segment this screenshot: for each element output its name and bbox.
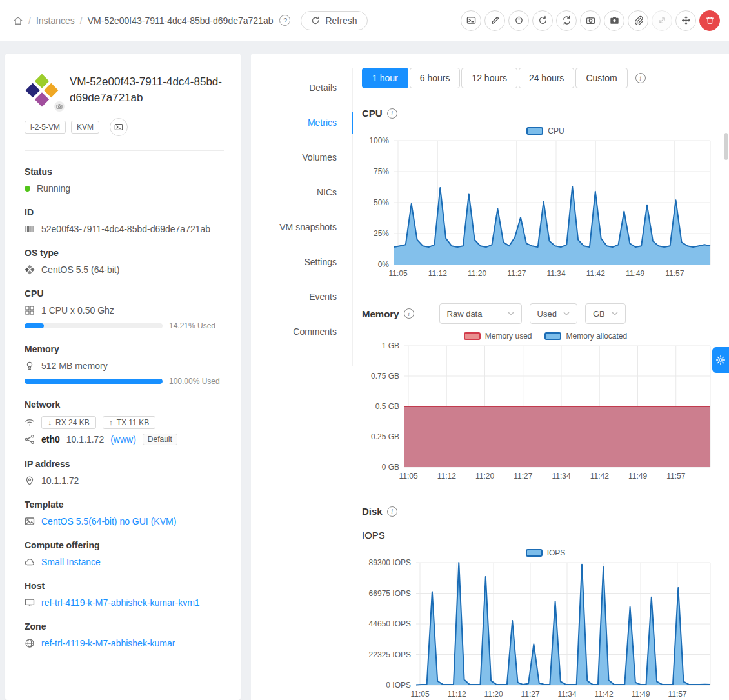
time-range-24-hours[interactable]: 24 hours xyxy=(519,68,574,88)
svg-text:11:05: 11:05 xyxy=(388,269,407,278)
cpu-value: 1 CPU x 0.50 Ghz xyxy=(41,305,114,315)
disk-section-header: Disk xyxy=(362,506,729,517)
migrate-instance-button[interactable] xyxy=(652,10,672,31)
os-type-value: CentOS 5.5 (64-bit) xyxy=(41,265,119,275)
svg-text:0 IOPS: 0 IOPS xyxy=(386,681,411,690)
zone-section: Zone ref-trl-4119-k-M7-abhishek-kumar xyxy=(25,621,229,648)
status-value: Running xyxy=(37,183,70,194)
scrollbar-thumb[interactable] xyxy=(724,133,728,160)
instance-title: VM-52e00f43-7911-4dc4-85bd-d69de7a721ab xyxy=(70,74,225,106)
stop-instance-button[interactable] xyxy=(508,10,529,31)
zone-link[interactable]: ref-trl-4119-k-M7-abhishek-kumar xyxy=(41,638,175,648)
tab-events[interactable]: Events xyxy=(251,290,352,304)
scale-instance-button[interactable] xyxy=(675,10,696,31)
svg-text:1 GB: 1 GB xyxy=(382,342,399,350)
take-volume-snapshot-button[interactable] xyxy=(604,10,624,31)
console-shortcut-button[interactable] xyxy=(110,118,128,136)
breadcrumb: Instances VM-52e00f43-7911-4dc4-85bd-d69… xyxy=(13,15,290,26)
host-link[interactable]: ref-trl-4119-k-M7-abhishek-kumar-kvm1 xyxy=(41,597,200,608)
nic-ip: 10.1.1.72 xyxy=(66,434,104,445)
disk-info-icon[interactable] xyxy=(387,506,397,517)
cloud-icon xyxy=(25,557,35,567)
help-icon[interactable] xyxy=(279,15,290,26)
tab-comments[interactable]: Comments xyxy=(251,325,352,339)
detail-tabs: DetailsMetricsVolumesNICsVM snapshotsSet… xyxy=(251,68,353,366)
breadcrumb-instances[interactable]: Instances xyxy=(36,15,75,26)
memory-value: 512 MB memory xyxy=(41,361,108,371)
refresh-label: Refresh xyxy=(325,15,357,26)
id-label: ID xyxy=(25,207,229,217)
svg-text:44650 IOPS: 44650 IOPS xyxy=(369,619,411,628)
svg-text:0.5 GB: 0.5 GB xyxy=(375,402,399,411)
svg-text:75%: 75% xyxy=(374,167,389,176)
svg-text:11:20: 11:20 xyxy=(484,690,503,699)
template-link[interactable]: CentOS 5.5(64-bit) no GUI (KVM) xyxy=(41,516,176,526)
time-range-info-icon[interactable] xyxy=(635,73,646,83)
svg-text:25%: 25% xyxy=(374,229,389,238)
cpu-info-icon[interactable] xyxy=(387,108,397,119)
cpu-section: CPU 1 CPU x 0.50 Ghz 14.21% Used xyxy=(25,288,229,330)
location-pin-icon xyxy=(25,475,35,486)
id-value: 52e00f43-7911-4dc4-85bd-d69de7a721ab xyxy=(41,224,210,234)
cpu-section-header: CPU xyxy=(362,108,729,119)
time-range-1-hour[interactable]: 1 hour xyxy=(362,68,408,88)
tab-volumes[interactable]: Volumes xyxy=(251,150,352,165)
home-icon[interactable] xyxy=(13,15,23,26)
status-section: Status Running xyxy=(25,166,229,194)
attach-iso-button[interactable] xyxy=(628,10,648,31)
memory-info-icon[interactable] xyxy=(404,308,414,319)
memory-legend: Memory usedMemory allocated xyxy=(362,332,729,341)
settings-gear-button[interactable] xyxy=(712,347,729,373)
tab-details[interactable]: Details xyxy=(251,81,352,95)
svg-text:11:42: 11:42 xyxy=(594,690,613,699)
disk-chart: IOPS89300 IOPS66975 IOPS44650 IOPS22325 … xyxy=(362,548,729,700)
svg-text:11:20: 11:20 xyxy=(475,472,494,481)
svg-text:11:27: 11:27 xyxy=(521,690,539,699)
network-label: Network xyxy=(25,399,229,410)
svg-text:11:57: 11:57 xyxy=(666,472,685,481)
reboot-instance-button[interactable] xyxy=(532,10,553,31)
svg-text:11:49: 11:49 xyxy=(626,269,644,278)
reinstall-instance-button[interactable] xyxy=(556,10,577,31)
nic-network-link[interactable]: (www) xyxy=(110,434,136,445)
destroy-instance-button[interactable] xyxy=(699,10,720,31)
svg-text:66975 IOPS: 66975 IOPS xyxy=(369,589,411,598)
cpu-grid-icon xyxy=(25,305,35,315)
time-range-6-hours[interactable]: 6 hours xyxy=(410,68,461,88)
svg-text:11:12: 11:12 xyxy=(437,472,456,481)
time-range-custom[interactable]: Custom xyxy=(575,68,627,88)
compute-offering-link[interactable]: Small Instance xyxy=(41,557,101,567)
memory-unit-select[interactable]: GB xyxy=(585,303,626,324)
take-snapshot-button[interactable] xyxy=(580,10,601,31)
instance-logo xyxy=(25,73,61,108)
tab-settings[interactable]: Settings xyxy=(251,255,352,269)
template-section: Template CentOS 5.5(64-bit) no GUI (KVM) xyxy=(25,499,229,526)
tab-nics[interactable]: NICs xyxy=(251,185,352,199)
legend-item[interactable]: Memory used xyxy=(464,332,532,341)
tab-metrics[interactable]: Metrics xyxy=(251,115,352,130)
edit-button[interactable] xyxy=(484,10,505,31)
time-range-group: 1 hour6 hours12 hours24 hoursCustom xyxy=(362,68,628,88)
nic-branch-icon xyxy=(25,434,35,445)
breadcrumb-separator xyxy=(27,15,32,26)
refresh-button[interactable]: Refresh xyxy=(301,11,367,30)
tx-chip: ↑TX 11 KB xyxy=(103,416,155,429)
legend-item[interactable]: Memory allocated xyxy=(544,332,627,341)
svg-text:89300 IOPS: 89300 IOPS xyxy=(369,559,411,567)
memory-mode-select[interactable]: Raw data xyxy=(439,303,522,324)
legend-item[interactable]: CPU xyxy=(526,126,564,135)
cpu-progress-bar xyxy=(25,323,163,328)
legend-item[interactable]: IOPS xyxy=(526,548,566,557)
camera-badge-icon[interactable] xyxy=(53,100,66,113)
nic-name: eth0 xyxy=(41,434,60,445)
memory-metric-select[interactable]: Used xyxy=(530,303,577,324)
instance-internal-name-tag: i-2-5-VM xyxy=(25,121,66,134)
console-button[interactable] xyxy=(461,10,481,31)
time-range-12-hours[interactable]: 12 hours xyxy=(461,68,517,88)
zone-label: Zone xyxy=(25,621,229,632)
memory-usage-label: 100.00% Used xyxy=(169,377,220,386)
tab-vm-snapshots[interactable]: VM snapshots xyxy=(251,220,352,234)
ip-value: 10.1.1.72 xyxy=(41,475,79,486)
memory-chart: Memory usedMemory allocated1 GB0.75 GB0.… xyxy=(362,332,729,484)
svg-text:11:49: 11:49 xyxy=(628,472,647,481)
